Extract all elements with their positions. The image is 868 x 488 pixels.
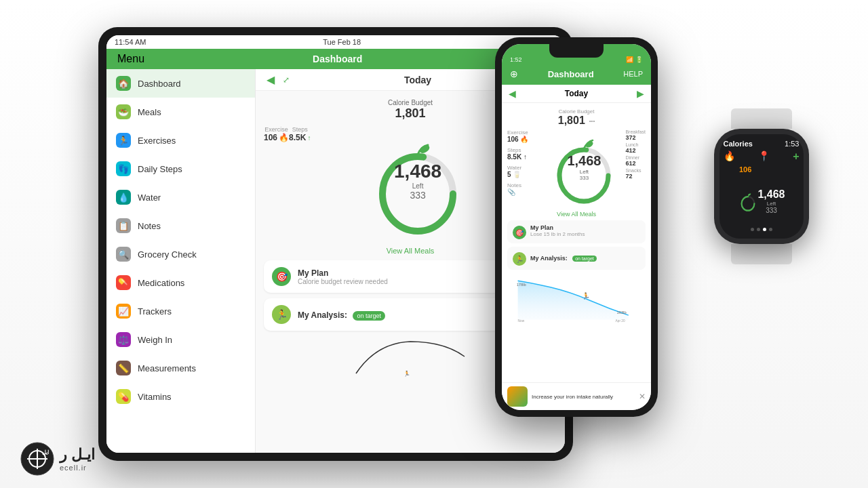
tablet-header-title: Dashboard bbox=[313, 54, 362, 64]
watch-left-label: Left bbox=[757, 201, 785, 207]
sidebar: 🏠 Dashboard 🥗 Meals 🏃 Exercises 👣 Daily … bbox=[106, 69, 256, 453]
phone-banner-text: Increase your iron intake naturally bbox=[532, 394, 635, 400]
trackers-icon: 📈 bbox=[116, 304, 131, 319]
sidebar-label-water: Water bbox=[138, 192, 161, 203]
watermark: ایل ایـل ر ecell.ir bbox=[20, 442, 95, 476]
phone-my-plan-sub: Lose 15 lb in 2 months bbox=[530, 231, 585, 237]
phone-lunch-label: Lunch bbox=[625, 142, 646, 147]
vitamins-icon: 💊 bbox=[116, 389, 131, 404]
apple-ring-center: 1,468 Left 333 bbox=[394, 161, 441, 201]
ring-left-value: 333 bbox=[394, 190, 441, 201]
svg-text:🏃: 🏃 bbox=[403, 370, 410, 377]
my-plan-sub: Calorie budget review needed bbox=[298, 278, 388, 285]
sidebar-item-meals[interactable]: 🥗 Meals bbox=[106, 98, 255, 126]
watch-top-row: Calories 1:53 bbox=[724, 140, 800, 148]
phone-my-plan-icon: 🎯 bbox=[513, 226, 526, 239]
sidebar-item-vitamins[interactable]: 💊 Vitamins bbox=[106, 382, 255, 411]
sidebar-label-exercises: Exercises bbox=[138, 136, 176, 146]
watch-band-top bbox=[731, 108, 792, 129]
medications-icon: 💊 bbox=[116, 275, 131, 290]
sidebar-item-dashboard[interactable]: 🏠 Dashboard bbox=[106, 69, 255, 98]
phone-header: ⊕ Dashboard HELP bbox=[502, 66, 651, 85]
watch-apple-ring: 1,468 Left 333 bbox=[738, 178, 785, 225]
sidebar-label-medications: Medications bbox=[138, 278, 184, 288]
sidebar-item-trackers[interactable]: 📈 Trackers bbox=[106, 297, 255, 325]
watch-dot-1 bbox=[751, 228, 754, 231]
sidebar-item-exercises[interactable]: 🏃 Exercises bbox=[106, 126, 255, 155]
grocery-icon: 🔍 bbox=[116, 247, 131, 262]
chart-weight-start: 178lb bbox=[517, 283, 526, 287]
phone-apple-left-value: 333 bbox=[567, 175, 601, 181]
phone-nav: ◀ Today ▶ bbox=[502, 85, 651, 103]
watch-apple-svg bbox=[738, 178, 758, 225]
phone-view-all-meals[interactable]: View All Meals bbox=[507, 211, 646, 218]
steps-value: 8.5K ↑ bbox=[289, 133, 311, 142]
phone-steps-label: Steps bbox=[507, 147, 542, 153]
watch-body: Calories 1:53 🔥 📍 + 106 bbox=[714, 129, 809, 244]
watch-title: Calories bbox=[724, 140, 753, 148]
ring-left-label: Left bbox=[394, 182, 441, 190]
scene: 11:54 AM Tue Feb 18 100% Menu Dashboard … bbox=[0, 0, 868, 488]
phone-banner: Increase your iron intake naturally ✕ bbox=[502, 382, 651, 410]
phone-more-icon: ••• bbox=[589, 118, 595, 124]
phone-help-button[interactable]: HELP bbox=[623, 70, 643, 78]
phone-chart-svg: 178lb 163lb Now Apr 20 🏃 bbox=[511, 277, 642, 323]
nav-expand-icon[interactable]: ⤢ bbox=[283, 75, 290, 85]
ring-calories: 1,468 bbox=[394, 161, 441, 182]
watch-dot-2 bbox=[757, 228, 760, 231]
watch-plus-icon[interactable]: + bbox=[793, 150, 799, 163]
watch-dot-4 bbox=[769, 228, 772, 231]
phone-snacks-label: Snacks bbox=[625, 168, 646, 173]
phone-notes-stat: Notes 📎 bbox=[507, 182, 542, 196]
water-icon: 💧 bbox=[116, 190, 131, 205]
sidebar-item-water[interactable]: 💧 Water bbox=[106, 183, 255, 211]
sidebar-label-weigh-in: Weigh In bbox=[138, 335, 172, 345]
phone-signal-icons: 📶 🔋 bbox=[626, 56, 643, 63]
phone-back-icon[interactable]: ⊕ bbox=[510, 68, 518, 79]
watch-values-row: 106 bbox=[724, 165, 800, 174]
phone-banner-image bbox=[507, 386, 528, 407]
meals-icon: 🥗 bbox=[116, 104, 131, 119]
sidebar-item-grocery[interactable]: 🔍 Grocery Check bbox=[106, 240, 255, 268]
watermark-text-block: ایـل ر ecell.ir bbox=[60, 446, 95, 472]
phone-exercise-value: 106 🔥 bbox=[507, 136, 542, 143]
watermark-brand: ایـل ر bbox=[60, 446, 95, 464]
sidebar-item-notes[interactable]: 📋 Notes bbox=[106, 211, 255, 240]
phone-nav-prev[interactable]: ◀ bbox=[509, 88, 516, 99]
my-plan-title: My Plan bbox=[298, 268, 388, 278]
sidebar-item-daily-steps[interactable]: 👣 Daily Steps bbox=[106, 155, 255, 183]
steps-label: Steps bbox=[289, 126, 311, 133]
on-target-badge: on target bbox=[353, 311, 385, 321]
phone-top-row: Exercise 106 🔥 Steps 8.5K ↑ bbox=[507, 129, 646, 208]
phone-screen: 1:52 📶 🔋 ⊕ Dashboard HELP ◀ Today ▶ Calo… bbox=[502, 44, 651, 410]
watch-screen: Calories 1:53 🔥 📍 + 106 bbox=[719, 134, 804, 239]
watch-flame-icon: 🔥 bbox=[724, 150, 735, 163]
phone-dinner-label: Dinner bbox=[625, 155, 646, 160]
daily-steps-icon: 👣 bbox=[116, 161, 131, 176]
sidebar-item-medications[interactable]: 💊 Medications bbox=[106, 268, 255, 297]
sidebar-label-notes: Notes bbox=[138, 221, 161, 231]
phone-apple-center: 1,468 Left 333 bbox=[567, 153, 601, 181]
phone-steps-value: 8.5K ↑ bbox=[507, 153, 542, 161]
phone-banner-close[interactable]: ✕ bbox=[639, 392, 646, 401]
nav-prev-arrow[interactable]: ◀ bbox=[267, 73, 275, 86]
phone-nav-next[interactable]: ▶ bbox=[637, 88, 644, 99]
phone-on-target-badge: on target bbox=[572, 256, 597, 262]
sidebar-label-meals: Meals bbox=[138, 107, 161, 117]
my-analysis-icon: 🏃 bbox=[272, 305, 291, 324]
phone-breakfast-label: Breakfast bbox=[625, 129, 646, 134]
watermark-logo-svg: ایل bbox=[20, 442, 54, 476]
sidebar-item-weigh-in[interactable]: ⚖️ Weigh In bbox=[106, 325, 255, 354]
sidebar-label-dashboard: Dashboard bbox=[138, 79, 181, 89]
sidebar-label-daily-steps: Daily Steps bbox=[138, 164, 182, 174]
chart-weight-end: 163lb bbox=[617, 310, 627, 314]
calorie-ring: 1,468 Left 333 bbox=[363, 126, 472, 235]
watch-dots bbox=[751, 228, 772, 231]
sidebar-item-measurements[interactable]: 📏 Measurements bbox=[106, 354, 255, 382]
notes-icon: 📋 bbox=[116, 218, 131, 233]
phone-snacks-stat: Snacks 72 bbox=[625, 168, 646, 180]
tablet-menu-label[interactable]: Menu bbox=[117, 53, 144, 65]
tablet-date: Tue Feb 18 bbox=[323, 38, 361, 46]
dashboard-icon: 🏠 bbox=[116, 76, 131, 91]
watch-flame-value: 106 bbox=[739, 165, 751, 174]
